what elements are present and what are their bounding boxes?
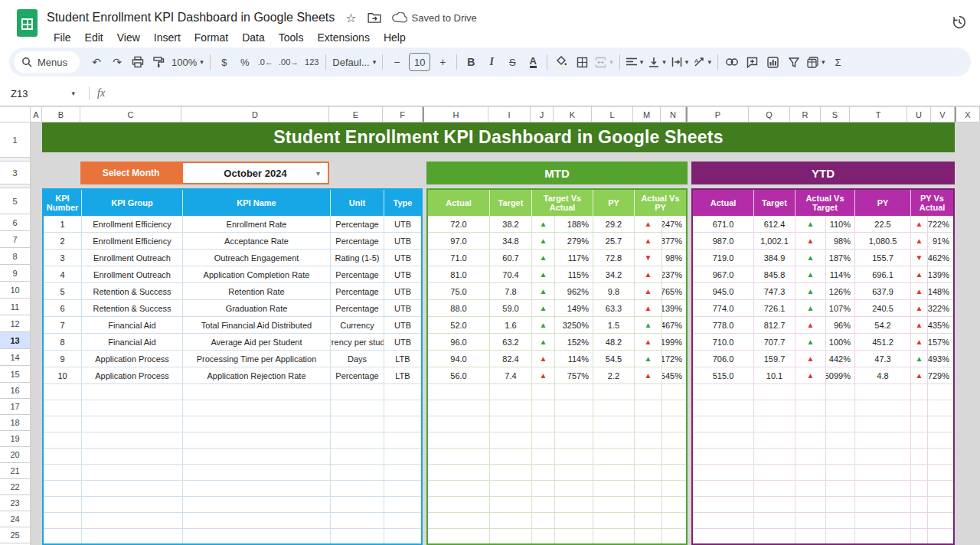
cell-actual-vs-py[interactable]: 98%: [662, 250, 686, 266]
row-header-8[interactable]: 8: [0, 248, 31, 265]
cell-kpi-name[interactable]: Enrollment Rate: [183, 216, 331, 233]
cell-actual-vs-py[interactable]: 2545%: [662, 367, 686, 384]
row-header-22[interactable]: 22: [0, 479, 31, 495]
actual-vs-py-trend-icon[interactable]: ▲: [635, 233, 662, 250]
cell-kpi-name[interactable]: Acceptance Rate: [183, 233, 331, 250]
text-color-button[interactable]: A: [523, 52, 543, 72]
column-header-F[interactable]: F: [383, 106, 423, 122]
cell-py-vs-actual[interactable]: 322%: [928, 300, 953, 317]
cell-mtd-actual[interactable]: 96.0: [428, 334, 490, 351]
row-header-9[interactable]: 9: [0, 265, 31, 282]
insert-comment-button[interactable]: [743, 52, 763, 72]
cell-py-vs-actual[interactable]: 10729%: [928, 367, 953, 384]
cell-actual-vs-target[interactable]: 107%: [826, 300, 855, 317]
cell-target-vs-actual[interactable]: 114%: [555, 351, 593, 367]
cell-kpi-group[interactable]: Financial Aid: [82, 317, 183, 334]
cell-py-vs-actual[interactable]: 1435%: [928, 317, 953, 334]
actual-vs-py-trend-icon[interactable]: ▼: [635, 250, 662, 266]
row-header-20[interactable]: 20: [0, 447, 31, 463]
cell-py-vs-actual[interactable]: 148%: [928, 283, 953, 300]
cell-unit[interactable]: Percentage: [331, 283, 384, 300]
cell-ytd-actual[interactable]: 945.0: [693, 283, 754, 300]
cell-ytd-py[interactable]: 155.7: [855, 250, 911, 266]
actual-vs-target-trend-icon[interactable]: ▲: [795, 300, 826, 317]
cell-ytd-py[interactable]: 451.2: [855, 334, 911, 351]
italic-button[interactable]: I: [482, 52, 501, 72]
actual-vs-target-trend-icon[interactable]: ▲: [795, 233, 826, 250]
column-header-M[interactable]: M: [633, 106, 661, 122]
cell-kpi-name[interactable]: Retention Rate: [183, 283, 331, 300]
row-header-17[interactable]: 17: [0, 399, 31, 415]
py-vs-actual-trend-icon[interactable]: ▲: [911, 367, 928, 384]
sheets-logo-icon[interactable]: [17, 9, 38, 37]
mtd-header-target-vs-actual[interactable]: Target Vs Actual: [532, 190, 593, 216]
cell-kpi-group[interactable]: Retention & Success: [82, 300, 183, 317]
document-title[interactable]: Student Enrollment KPI Dashboard in Goog…: [47, 11, 335, 24]
ytd-header-actual[interactable]: Actual: [693, 190, 754, 216]
cell-ytd-target[interactable]: 707.7: [754, 334, 795, 351]
py-vs-actual-trend-icon[interactable]: ▲: [911, 317, 928, 334]
ytd-header-target[interactable]: Target: [754, 190, 795, 216]
cell-kpi-number[interactable]: 4: [44, 266, 82, 283]
cell-kpi-number[interactable]: 1: [44, 216, 82, 233]
bold-button[interactable]: B: [461, 52, 481, 72]
actual-vs-target-trend-icon[interactable]: ▲: [795, 283, 826, 300]
cell-unit[interactable]: Percentage: [331, 367, 384, 384]
cell-actual-vs-target[interactable]: 98%: [826, 233, 855, 250]
cell-type[interactable]: UTB: [384, 266, 421, 283]
target-vs-actual-trend-icon[interactable]: ▲: [532, 367, 555, 384]
column-header-A[interactable]: A: [31, 106, 42, 122]
cell-kpi-number[interactable]: 7: [44, 317, 82, 334]
mtd-header-actual-vs-py[interactable]: Actual Vs PY: [635, 190, 686, 216]
cell-ytd-py[interactable]: 696.1: [855, 266, 911, 283]
cell-actual-vs-py[interactable]: 172%: [662, 351, 686, 367]
cell-mtd-py[interactable]: 72.8: [593, 250, 635, 266]
row-header-21[interactable]: 21: [0, 463, 31, 479]
ytd-header-actual-vs-target[interactable]: Actual Vs Target: [795, 190, 855, 216]
menu-item-format[interactable]: Format: [188, 30, 235, 45]
cell-mtd-target[interactable]: 38.2: [490, 216, 532, 233]
cell-ytd-py[interactable]: 1,080.5: [855, 233, 911, 250]
cell-unit[interactable]: Percentage: [331, 233, 384, 250]
ytd-header-py-vs-actual[interactable]: PY Vs Actual: [911, 190, 953, 216]
target-vs-actual-trend-icon[interactable]: ▲: [532, 283, 555, 300]
cell-kpi-name[interactable]: Total Financial Aid Distributed: [183, 317, 331, 334]
cell-ytd-py[interactable]: 22.5: [855, 216, 911, 233]
cell-type[interactable]: UTB: [384, 233, 421, 250]
menu-item-file[interactable]: File: [47, 30, 78, 45]
merge-cells-button[interactable]: [593, 52, 616, 72]
row-header-12[interactable]: 12: [0, 315, 31, 332]
cell-target-vs-actual[interactable]: 279%: [555, 233, 593, 250]
font-select[interactable]: Defaul...: [330, 52, 378, 72]
py-vs-actual-trend-icon[interactable]: ▲: [911, 351, 928, 367]
cell-target-vs-actual[interactable]: 149%: [555, 300, 593, 317]
cell-kpi-number[interactable]: 6: [44, 300, 82, 317]
name-box[interactable]: Z13 ▾: [11, 88, 81, 100]
cell-mtd-target[interactable]: 34.8: [490, 233, 532, 250]
increase-decimal-button[interactable]: .00→: [276, 52, 301, 72]
cell-ytd-actual[interactable]: 778.0: [693, 317, 754, 334]
cell-unit[interactable]: Rating (1-5): [331, 250, 384, 266]
row-header-18[interactable]: 18: [0, 415, 31, 431]
py-vs-actual-trend-icon[interactable]: ▲: [911, 334, 928, 351]
cell-type[interactable]: UTB: [384, 216, 421, 233]
menu-item-insert[interactable]: Insert: [147, 30, 188, 45]
undo-button[interactable]: ↶: [87, 52, 106, 72]
row-header-7[interactable]: 7: [0, 231, 31, 248]
cell-mtd-actual[interactable]: 56.0: [428, 367, 490, 384]
cell-type[interactable]: UTB: [384, 300, 421, 317]
cell-mtd-actual[interactable]: 94.0: [428, 351, 490, 367]
menu-item-view[interactable]: View: [110, 30, 147, 45]
cell-ytd-target[interactable]: 612.4: [754, 216, 795, 233]
row-header-3[interactable]: 3: [0, 162, 31, 184]
cell-py-vs-actual[interactable]: 91%: [928, 233, 953, 250]
actual-vs-py-trend-icon[interactable]: ▲: [635, 334, 662, 351]
mtd-header-actual[interactable]: Actual: [428, 190, 490, 216]
cell-actual-vs-py[interactable]: 139%: [662, 300, 686, 317]
cell-ytd-actual[interactable]: 710.0: [693, 334, 754, 351]
cell-mtd-py[interactable]: 2.2: [593, 367, 635, 384]
strikethrough-button[interactable]: S: [502, 52, 522, 72]
cell-target-vs-actual[interactable]: 757%: [555, 367, 593, 384]
cell-mtd-actual[interactable]: 52.0: [428, 317, 490, 334]
cell-actual-vs-target[interactable]: 126%: [826, 283, 855, 300]
